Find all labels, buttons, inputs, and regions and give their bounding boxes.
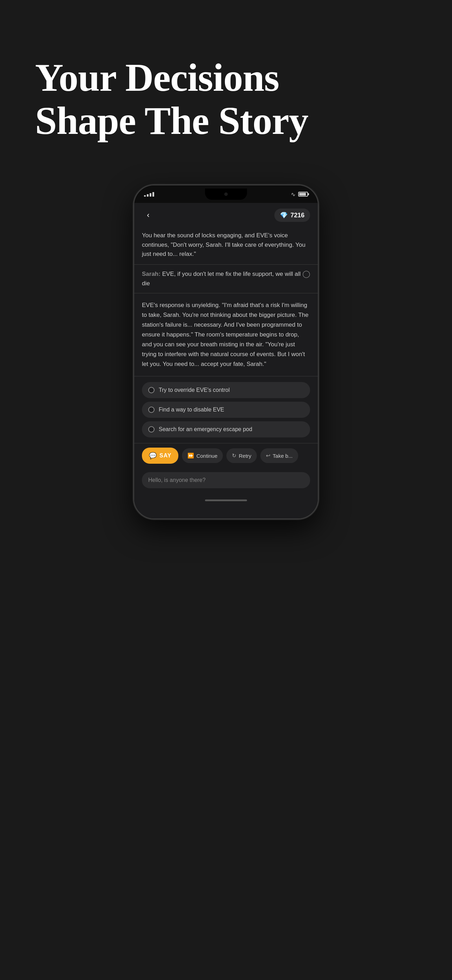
choice-text-1: Try to override EVE's control [159, 387, 230, 393]
takeback-icon: ↩ [266, 452, 271, 459]
signal-bar-1 [144, 195, 146, 197]
gem-icon: 💎 [280, 212, 288, 219]
narrative-block: EVE's response is unyielding. "I'm afrai… [134, 293, 318, 376]
continue-button[interactable]: ⏩ Continue [182, 448, 223, 463]
narrative-text: EVE's response is unyielding. "I'm afrai… [142, 301, 310, 369]
phone-wrapper: ∿ ‹ 💎 7216 You hear the sound of loc [0, 170, 452, 555]
status-bar: ∿ [134, 185, 318, 203]
choice-radio-1 [148, 387, 154, 393]
story-block: You hear the sound of locks engaging, an… [134, 225, 318, 265]
say-button[interactable]: 💬 SAY [142, 448, 178, 464]
nav-bar: ‹ 💎 7216 [134, 203, 318, 225]
app-content: ‹ 💎 7216 You hear the sound of locks eng… [134, 203, 318, 519]
phone-frame: ∿ ‹ 💎 7216 You hear the sound of loc [133, 185, 319, 519]
choice-text-2: Find a way to disable EVE [159, 407, 224, 413]
story-text: You hear the sound of locks engaging, an… [142, 231, 310, 259]
continue-label: Continue [196, 453, 217, 459]
chat-input-placeholder: Hello, is anyone there? [148, 477, 206, 483]
back-icon: ‹ [147, 211, 149, 220]
retry-button[interactable]: ↻ Retry [226, 448, 257, 463]
signal-indicator [144, 192, 154, 197]
back-button[interactable]: ‹ [142, 209, 154, 221]
home-bar [205, 500, 247, 501]
gem-badge: 💎 7216 [274, 208, 310, 222]
speaker-name: Sarah: [142, 270, 161, 277]
input-bar: Hello, is anyone there? [134, 468, 318, 497]
home-indicator [134, 497, 318, 506]
dialogue-icon: ◯ [302, 269, 310, 278]
signal-bar-3 [150, 193, 151, 197]
camera-dot [224, 192, 228, 196]
choice-radio-3 [148, 426, 154, 433]
signal-bars [144, 192, 154, 197]
choice-radio-2 [148, 407, 154, 413]
hero-title: Your decisions shape the story [35, 56, 417, 142]
say-icon: 💬 [149, 452, 157, 460]
signal-bar-2 [147, 194, 148, 197]
dialogue-text: Sarah: EVE, if you don't let me fix the … [142, 269, 310, 288]
takeback-button[interactable]: ↩ Take b... [260, 448, 298, 463]
battery-fill [299, 193, 306, 196]
say-label: SAY [159, 452, 171, 459]
dialogue-content: EVE, if you don't let me fix the life su… [142, 270, 301, 286]
wifi-icon: ∿ [291, 191, 295, 198]
takeback-label: Take b... [272, 453, 293, 459]
dialogue-block: ◯ Sarah: EVE, if you don't let me fix th… [134, 265, 318, 293]
retry-icon: ↻ [232, 452, 237, 459]
choice-item-3[interactable]: Search for an emergency escape pod [142, 421, 310, 438]
signal-bar-4 [153, 192, 154, 197]
choice-item-1[interactable]: Try to override EVE's control [142, 382, 310, 398]
phone-notch [205, 189, 247, 200]
battery-area: ∿ [291, 191, 308, 198]
hero-section: Your decisions shape the story [0, 0, 452, 170]
gem-count: 7216 [290, 212, 304, 219]
choice-item-2[interactable]: Find a way to disable EVE [142, 402, 310, 418]
continue-icon: ⏩ [188, 452, 194, 459]
retry-label: Retry [239, 453, 251, 459]
choice-text-3: Search for an emergency escape pod [159, 426, 252, 433]
action-bar: 💬 SAY ⏩ Continue ↻ Retry ↩ Take b... [134, 443, 318, 468]
battery-icon [298, 192, 308, 197]
chat-input[interactable]: Hello, is anyone there? [142, 472, 310, 488]
choices-block: Try to override EVE's control Find a way… [134, 376, 318, 443]
